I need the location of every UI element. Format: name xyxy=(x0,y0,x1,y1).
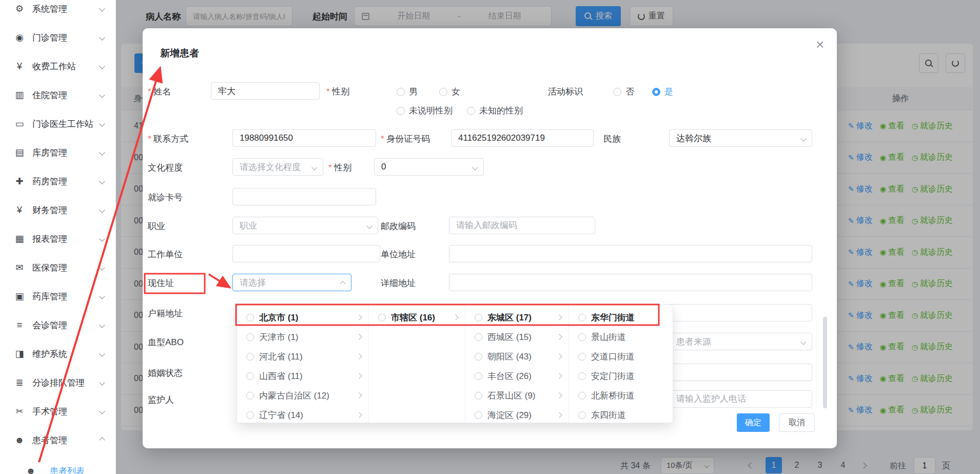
cascader-option-天津市 (1)[interactable]: 天津市 (1) xyxy=(237,327,368,347)
modal-scrollbar[interactable] xyxy=(823,317,827,408)
radio-female[interactable] xyxy=(439,88,447,96)
radio-male-label[interactable]: 男 xyxy=(409,86,418,98)
radio-icon[interactable] xyxy=(246,353,254,361)
radio-active-yes-label[interactable]: 是 xyxy=(664,86,673,98)
cancel-button[interactable]: 取消 xyxy=(779,413,815,432)
postal-code-input[interactable] xyxy=(449,217,595,234)
chevron-down-icon xyxy=(99,149,105,155)
sidebar-item-手术管理[interactable]: ✂手术管理 xyxy=(0,397,115,426)
confirm-button[interactable]: 确定 xyxy=(737,413,770,432)
sidebar-item-医保管理[interactable]: ✉医保管理 xyxy=(0,253,115,282)
radio-icon[interactable] xyxy=(475,333,482,341)
cascader-option-东城区 (17)[interactable]: 东城区 (17) xyxy=(465,308,569,327)
radio-active-no[interactable] xyxy=(613,88,621,96)
close-icon[interactable]: × xyxy=(816,37,824,52)
marital-status-input[interactable] xyxy=(669,364,812,381)
cascader-option-石景山区 (9)[interactable]: 石景山区 (9) xyxy=(465,386,569,405)
drug-storage-icon: ▣ xyxy=(13,291,26,302)
sidebar-item-报表管理[interactable]: ▦报表管理 xyxy=(0,224,115,253)
radio-icon[interactable] xyxy=(246,372,254,380)
maintenance-icon: ◨ xyxy=(13,348,26,359)
sidebar-item-财务管理[interactable]: ¥财务管理 xyxy=(0,196,115,224)
doctor-workstation-icon: ▭ xyxy=(13,118,26,129)
cascader-option-安定门街道[interactable]: 安定门街道 xyxy=(569,366,673,386)
sidebar-item-分诊排队管理[interactable]: ≣分诊排队管理 xyxy=(0,368,115,397)
radio-icon[interactable] xyxy=(475,411,482,419)
cascader-option-东四街道[interactable]: 东四街道 xyxy=(569,405,673,423)
detail-address-input[interactable] xyxy=(449,274,812,291)
sidebar-item-维护系统[interactable]: ◨维护系统 xyxy=(0,339,115,368)
sidebar-item-住院管理[interactable]: ▥住院管理 xyxy=(0,81,115,109)
radio-icon[interactable] xyxy=(578,392,586,400)
education-label: 文化程度 xyxy=(148,162,183,174)
ethnicity-select[interactable]: 达斡尔族 xyxy=(669,129,812,147)
sidebar-item-患者管理[interactable]: ☻患者管理 xyxy=(0,426,115,454)
radio-female-label[interactable]: 女 xyxy=(452,86,460,98)
radio-icon[interactable] xyxy=(578,314,586,321)
chevron-down-icon xyxy=(99,293,105,299)
chevron-down-icon xyxy=(99,322,105,328)
radio-unknown-label[interactable]: 未知的性别 xyxy=(479,105,523,117)
cascader-option-东华门街道[interactable]: 东华门街道 xyxy=(569,308,673,327)
radio-icon[interactable] xyxy=(246,314,254,321)
sidebar-item-门诊管理[interactable]: ◉门诊管理 xyxy=(0,23,115,52)
radio-active-no-label[interactable]: 否 xyxy=(625,86,634,98)
radio-icon[interactable] xyxy=(378,314,386,321)
sidebar-menu: ⚙系统管理◉门诊管理¥收费工作站▥住院管理▭门诊医生工作站▤库房管理✚药房管理¥… xyxy=(0,0,115,454)
sidebar-item-会诊管理[interactable]: ≡会诊管理 xyxy=(0,311,115,339)
education-select[interactable]: 请选择文化程度 xyxy=(232,158,323,176)
sidebar-item-收费工作站[interactable]: ¥收费工作站 xyxy=(0,52,115,81)
cascader-option-河北省 (11)[interactable]: 河北省 (11) xyxy=(237,347,368,366)
chevron-right-icon xyxy=(356,314,362,320)
current-address-select[interactable]: 请选择 xyxy=(232,274,351,291)
chevron-down-icon xyxy=(99,63,105,69)
radio-icon[interactable] xyxy=(578,372,586,380)
sidebar-item-库房管理[interactable]: ▤库房管理 xyxy=(0,138,115,167)
radio-icon[interactable] xyxy=(475,314,482,321)
radio-icon[interactable] xyxy=(246,392,254,400)
cascader-option-山西省 (11)[interactable]: 山西省 (11) xyxy=(237,366,368,386)
radio-icon[interactable] xyxy=(475,392,482,400)
sidebar-item-药房管理[interactable]: ✚药房管理 xyxy=(0,167,115,196)
radio-male[interactable] xyxy=(397,88,405,96)
id-number-input[interactable] xyxy=(451,129,594,147)
radio-unspecified[interactable] xyxy=(397,107,405,115)
sidebar-item-药库管理[interactable]: ▣药库管理 xyxy=(0,282,115,311)
radio-icon[interactable] xyxy=(246,411,254,419)
radio-unknown[interactable] xyxy=(467,107,475,115)
cascader-option-丰台区 (26)[interactable]: 丰台区 (26) xyxy=(465,366,569,386)
radio-icon[interactable] xyxy=(578,353,586,361)
cascader-option-景山街道[interactable]: 景山街道 xyxy=(569,327,673,347)
radio-icon[interactable] xyxy=(475,353,482,361)
radio-unspecified-label[interactable]: 未说明性别 xyxy=(409,105,453,117)
cascader-option-北京市 (1)[interactable]: 北京市 (1) xyxy=(237,308,368,327)
sidebar-item-门诊医生工作站[interactable]: ▭门诊医生工作站 xyxy=(0,109,115,138)
radio-active-yes[interactable] xyxy=(652,88,660,96)
occupation-select[interactable]: 职业 xyxy=(232,217,378,234)
household-address-input[interactable] xyxy=(669,304,812,321)
cascader-option-北新桥街道[interactable]: 北新桥街道 xyxy=(569,386,673,405)
visit-card-input[interactable] xyxy=(232,188,376,205)
radio-icon[interactable] xyxy=(475,372,482,380)
cascader-option-交道口街道[interactable]: 交道口街道 xyxy=(569,347,673,366)
radio-icon[interactable] xyxy=(578,333,586,341)
cascader-option-辽宁省 (14)[interactable]: 辽宁省 (14) xyxy=(237,405,368,423)
work-unit-input[interactable] xyxy=(232,245,380,262)
patient-source-select[interactable]: 患者来源 xyxy=(669,333,812,350)
sidebar-item-系统管理[interactable]: ⚙系统管理 xyxy=(0,0,115,23)
gender2-select[interactable]: 0 xyxy=(374,158,484,176)
guardian-phone-input[interactable] xyxy=(669,390,812,408)
cascader-option-西城区 (15)[interactable]: 西城区 (15) xyxy=(465,327,569,347)
current-address-label: 现住址 xyxy=(148,277,174,289)
sidebar-item-patient-list[interactable]: ☻ 患者列表 xyxy=(0,457,116,474)
name-input[interactable] xyxy=(211,82,320,100)
cascader-option-内蒙古自治区 (12)[interactable]: 内蒙古自治区 (12) xyxy=(237,386,368,405)
radio-icon[interactable] xyxy=(246,333,254,341)
cascader-option-市辖区 (16)[interactable]: 市辖区 (16) xyxy=(369,308,465,327)
chevron-right-icon xyxy=(356,412,362,418)
cascader-option-海淀区 (29)[interactable]: 海淀区 (29) xyxy=(465,405,569,423)
cascader-option-朝阳区 (43)[interactable]: 朝阳区 (43) xyxy=(465,347,569,366)
radio-icon[interactable] xyxy=(578,411,586,419)
unit-address-input[interactable] xyxy=(449,245,812,262)
contact-input[interactable] xyxy=(232,129,376,147)
